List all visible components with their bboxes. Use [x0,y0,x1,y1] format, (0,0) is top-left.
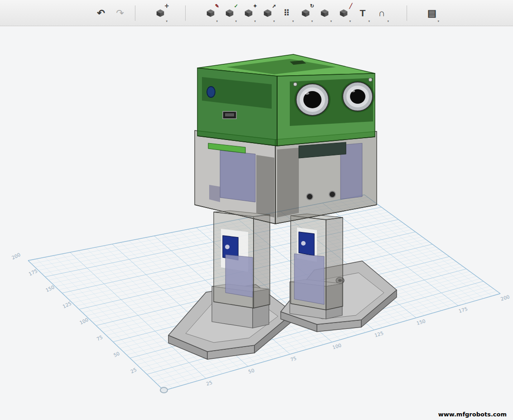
dropdown-caret-icon: ▾ [292,19,294,23]
toolbar-separator [135,5,135,21]
dropdown-caret-icon: ▾ [368,19,370,23]
dropdown-caret-icon: ▾ [387,19,389,23]
material-tool[interactable]: ▤ ▾ [424,4,440,23]
grid-axis-label: 75 [290,355,297,362]
circular-pattern-cube-icon [301,8,311,18]
pattern-tool[interactable]: ⠿ ▾ [279,4,294,23]
ultrasonic-eye-right [341,81,374,112]
3d-viewport-canvas[interactable]: 2525505075751001001251251501501751752002… [0,27,513,420]
dropdown-caret-icon: ▾ [349,19,351,23]
text-tool-icon: T [360,8,366,18]
servo-blue [299,232,314,256]
split-cube-icon [339,8,349,18]
grid-axis-label: 75 [96,334,103,342]
sweep-cube-icon [263,8,273,18]
dropdown-caret-icon: ▾ [254,19,256,23]
dropdown-caret-icon: ▾ [311,19,313,23]
servo-body [225,255,253,297]
dropdown-caret-icon: ▾ [437,19,439,23]
watermark: www.mfgrobots.com [438,411,507,418]
grid-axis-label: 50 [248,367,255,374]
body-screw [329,191,336,198]
material-layers-icon: ▤ [427,8,436,18]
redo-button[interactable]: ↷ [112,4,128,23]
magnet-icon: ∩ [378,8,385,18]
grid-axis-label: 100 [332,343,342,350]
dropdown-caret-icon: ▾ [273,19,275,23]
undo-button[interactable]: ↶ [93,4,109,23]
sketch-tool[interactable]: ✎ ▾ [203,4,218,23]
undo-icon: ↶ [97,8,105,18]
construct-tool[interactable]: ✓ ▾ [222,4,237,23]
viewport: 2525505075751001001251251501501751752002… [0,27,513,420]
modify-tool[interactable]: ✦ ▾ [241,4,256,23]
circular-pattern-badge: ↻ [310,4,314,9]
head-led [207,87,215,97]
transform-cube-icon [155,8,165,18]
construct-badge: ✓ [234,4,238,9]
grid-axis-label: 50 [113,351,120,358]
grid-axis-label: 175 [458,306,468,314]
toolbar-separator [407,5,407,21]
construct-cube-icon [225,8,235,18]
circular-pattern-tool[interactable]: ↻ ▾ [298,4,313,23]
transform-badge: ✛ [165,4,169,9]
grid-axis-label: 175 [28,268,38,276]
robot-right-leg[interactable] [291,214,343,310]
split-tool[interactable]: ╱ ▾ [336,4,351,23]
ultrasonic-eye-left [294,82,331,117]
modify-badge: ✦ [253,4,257,9]
origin-marker [160,387,168,393]
grid-axis-label: 150 [45,284,55,293]
sweep-badge: ➚ [272,4,276,9]
grid-axis-label: 25 [129,367,137,374]
snap-tool[interactable]: ∩ ▾ [374,4,389,23]
modify-cube-icon [244,8,254,18]
sketch-badge: ✎ [215,4,219,9]
sketch-cube-icon [206,8,216,18]
grid-axis-label: 125 [374,330,384,338]
grid-axis-label: 125 [62,300,72,309]
robot-left-leg[interactable] [214,211,270,308]
main-toolbar: ↶ ↷ ✛ ▾ ✎ ▾ ✓ ▾ ✦ ▾ ➚ ▾ ⠿ ▾ ↻ ▾ [0,0,513,26]
combine-cube-icon [320,8,330,18]
grid-axis-label: 200 [11,251,21,260]
toolbar-separator [185,5,186,21]
sweep-tool[interactable]: ➚ ▾ [260,4,275,23]
grid-axis-label: 100 [79,317,89,325]
grid-axis-label: 150 [416,318,426,326]
grid-axis-label: 25 [206,380,213,386]
split-badge: ╱ [349,4,352,9]
body-screw [307,193,313,200]
text-tool[interactable]: T ▾ [355,4,370,23]
dropdown-caret-icon: ▾ [166,19,168,23]
combine-tool[interactable]: ▾ [317,4,332,23]
dropdown-caret-icon: ▾ [235,19,237,23]
redo-icon: ↷ [116,8,124,18]
dropdown-caret-icon: ▾ [216,19,218,23]
robot-model[interactable] [168,54,397,359]
dropdown-caret-icon: ▾ [330,19,332,23]
robot-head[interactable] [197,54,375,146]
pattern-icon: ⠿ [283,9,289,17]
transform-tool[interactable]: ✛ ▾ [153,4,168,23]
grid-axis-label: 200 [500,294,510,302]
servo-body [294,254,324,304]
